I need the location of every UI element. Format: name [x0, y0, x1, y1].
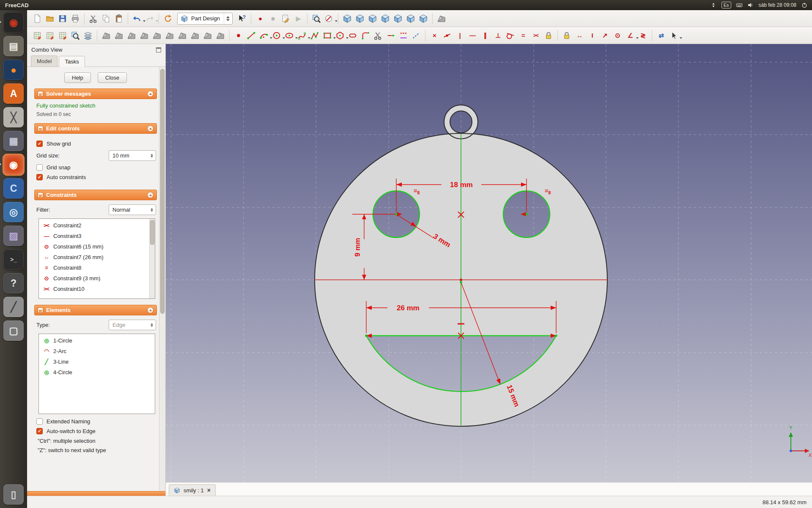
- constraint-item[interactable]: — Constraint3: [39, 231, 155, 241]
- macro-play-button[interactable]: ▶: [292, 13, 304, 25]
- constraint-item[interactable]: >< Constraint2: [39, 220, 155, 231]
- element-item[interactable]: ╱ 3-Line: [39, 356, 155, 367]
- view-isometric-button[interactable]: [341, 13, 353, 25]
- open-file-button[interactable]: [44, 13, 56, 25]
- toggle-driving-button[interactable]: ⇄: [655, 30, 667, 41]
- launcher-software[interactable]: A: [3, 83, 24, 104]
- launcher-remmina[interactable]: ▨: [3, 226, 24, 246]
- keyboard-icon[interactable]: [736, 2, 743, 8]
- constraint-item[interactable]: ↔ Constraint7 (26 mm): [39, 252, 155, 262]
- external-geometry-button[interactable]: [398, 30, 409, 41]
- launcher-firefox[interactable]: ●: [3, 60, 24, 80]
- create-sketch-button[interactable]: [31, 30, 43, 41]
- element-item[interactable]: ◠ 2-Arc: [39, 346, 155, 356]
- constraint-vertical-button[interactable]: |: [454, 30, 466, 41]
- panel-scrollbar[interactable]: [159, 67, 165, 491]
- spinner-down-icon[interactable]: [151, 210, 153, 212]
- constraint-lock-button[interactable]: [561, 30, 573, 41]
- launcher-trash[interactable]: ▯: [3, 484, 24, 505]
- clock[interactable]: sáb feb 28 09:08: [759, 2, 796, 8]
- view-rear-button[interactable]: [392, 13, 404, 25]
- groove-button[interactable]: [138, 30, 150, 41]
- constraint-filter-select[interactable]: Normal: [109, 204, 156, 215]
- launcher-freecad[interactable]: ◉: [3, 12, 24, 33]
- constraint-item[interactable]: ⊙ Constraint6 (15 mm): [39, 241, 155, 252]
- constraints-header[interactable]: Constraints: [34, 190, 157, 200]
- constraint-radius-button[interactable]: ⊙: [612, 30, 623, 41]
- constraint-angle-button[interactable]: ∠: [624, 30, 636, 41]
- show-grid-checkbox[interactable]: ✓: [36, 141, 43, 147]
- launcher-system-tools[interactable]: ╳: [3, 107, 24, 127]
- polar-pattern-button[interactable]: [214, 30, 226, 41]
- cut-button[interactable]: [88, 13, 99, 25]
- whats-this-button[interactable]: [236, 13, 248, 25]
- save-button[interactable]: [57, 13, 69, 25]
- constraint-distance-button[interactable]: ↗: [599, 30, 611, 41]
- constraint-refraction-button[interactable]: ≷: [637, 30, 649, 41]
- mirrored-button[interactable]: [189, 30, 201, 41]
- grid-snap-checkbox[interactable]: ✓: [36, 164, 43, 171]
- create-slot-button[interactable]: [347, 30, 359, 41]
- linear-pattern-button[interactable]: [202, 30, 214, 41]
- elements-header[interactable]: Elements: [34, 305, 157, 315]
- create-polyline-button[interactable]: [309, 30, 321, 41]
- collapse-section-icon[interactable]: [147, 91, 154, 97]
- draw-style-button[interactable]: [323, 13, 335, 25]
- element-item[interactable]: ◎ 1-Circle: [39, 335, 155, 346]
- create-circle-button[interactable]: [271, 30, 283, 41]
- zoom-fit-button[interactable]: [310, 13, 322, 25]
- launcher-impress[interactable]: ▦: [3, 131, 24, 151]
- new-file-button[interactable]: [31, 13, 43, 25]
- create-arc-button[interactable]: [258, 30, 270, 41]
- copy-button[interactable]: [100, 13, 112, 25]
- create-rectangle-button[interactable]: [321, 30, 333, 41]
- spinner-up-icon[interactable]: [151, 323, 153, 325]
- keyboard-updown-icon[interactable]: [710, 2, 717, 8]
- tab-tasks[interactable]: Tasks: [59, 56, 85, 67]
- constraint-item[interactable]: >< Constraint10: [39, 284, 155, 294]
- constraint-parallel-button[interactable]: ∥: [479, 30, 491, 41]
- launcher-files[interactable]: ▤: [3, 36, 24, 56]
- list-scrollbar[interactable]: [149, 219, 155, 298]
- macro-record-button[interactable]: ●: [254, 13, 266, 25]
- dock-panel-icon[interactable]: [156, 47, 161, 52]
- volume-icon[interactable]: [747, 2, 754, 8]
- validate-sketch-button[interactable]: [69, 30, 81, 41]
- chamfer-button[interactable]: [164, 30, 176, 41]
- map-sketch-button[interactable]: [57, 30, 69, 41]
- fillet-button[interactable]: [151, 30, 163, 41]
- view-front-button[interactable]: [354, 13, 366, 25]
- auto-switch-checkbox[interactable]: ✓: [36, 428, 43, 434]
- constraint-equal-button[interactable]: =: [517, 30, 529, 41]
- edit-controls-header[interactable]: Edit controls: [34, 123, 157, 134]
- grid-size-input[interactable]: 10 mm: [109, 150, 156, 161]
- draft-button[interactable]: [176, 30, 188, 41]
- session-menu-icon[interactable]: [801, 2, 808, 8]
- select-elements-button[interactable]: [668, 30, 680, 41]
- create-polygon-button[interactable]: [334, 30, 346, 41]
- create-fillet-button[interactable]: [359, 30, 371, 41]
- constraint-item[interactable]: = Constraint8: [39, 262, 155, 273]
- merge-sketch-button[interactable]: [82, 30, 94, 41]
- view-right-button[interactable]: [379, 13, 391, 25]
- create-bspline-button[interactable]: [296, 30, 308, 41]
- extend-edge-button[interactable]: [385, 30, 397, 41]
- launcher-terminal[interactable]: >_: [3, 249, 24, 270]
- create-conic-button[interactable]: [283, 30, 295, 41]
- spinner-up-icon[interactable]: [151, 154, 153, 155]
- measure-button[interactable]: [436, 13, 447, 25]
- document-tab-smily[interactable]: smily : 1 ×: [169, 484, 216, 496]
- create-point-button[interactable]: [233, 30, 244, 41]
- auto-constraints-checkbox[interactable]: ✓: [36, 174, 43, 180]
- scrollbar-thumb[interactable]: [160, 69, 165, 314]
- macro-stop-button[interactable]: ■: [267, 13, 279, 25]
- create-line-button[interactable]: [245, 30, 257, 41]
- launcher-help[interactable]: ?: [3, 273, 24, 293]
- constraint-symmetric-button[interactable]: ><: [530, 30, 542, 41]
- constraint-item[interactable]: ⊙ Constraint9 (3 mm): [39, 273, 155, 284]
- launcher-window[interactable]: ▢: [3, 320, 24, 341]
- collapsed-section-strip[interactable]: [27, 491, 165, 496]
- launcher-editor[interactable]: ╱: [3, 297, 24, 317]
- constraint-coincident-button[interactable]: ×: [428, 30, 440, 41]
- constraint-hdistance-button[interactable]: ↔: [573, 30, 585, 41]
